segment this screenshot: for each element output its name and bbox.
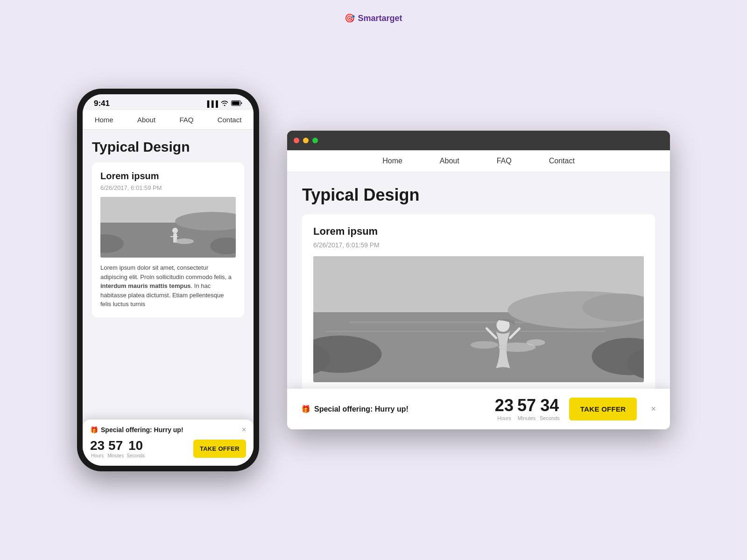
browser-main: Typical Design Lorem ipsum 6/26/2017, 6:… [287,172,670,429]
signal-icon: ▐▐▐ [205,100,218,107]
phone-status-bar: 9:41 ▐▐▐ [83,94,254,110]
browser-page-title: Typical Design [302,185,655,205]
phone-nav-contact[interactable]: Contact [214,114,246,126]
phone-popup-title-text: Special offering: Hurry up! [101,426,183,434]
browser-popup-title-text: Special offering: Hurry up! [314,405,409,413]
browser-card-date: 6/26/2017, 6:01:59 PM [313,241,644,249]
browser-seconds-num: 34 [540,397,559,414]
svg-point-28 [471,341,499,349]
browser-card: Lorem ipsum 6/26/2017, 6:01:59 PM [302,214,655,393]
logo-text: Smartarget [358,14,402,23]
phone-time: 9:41 [94,99,110,108]
browser-popup-icon: 🎁 [301,405,310,413]
phone-popup: 🎁 Special offering: Hurry up! × 23 Hours… [83,420,254,466]
browser-close-dot[interactable] [294,138,299,143]
phone-seconds-label: Seconds [127,453,145,458]
svg-point-8 [172,228,178,233]
browser-popup: 🎁 Special offering: Hurry up! 23 Hours 5… [287,389,670,429]
browser-minutes-label: Minutes [518,415,536,421]
svg-point-11 [175,238,194,244]
phone-card: Lorem ipsum 6/26/2017, 6:01:59 PM [92,162,244,317]
battery-icon [231,100,242,107]
browser-nav-home[interactable]: Home [378,155,407,167]
browser-titlebar [287,131,670,150]
phone-countdown: 23 Hours 57 Minutes 10 Seconds [90,439,145,458]
svg-rect-21 [349,322,583,323]
smartarget-logo: 🎯 Smartarget [345,13,402,23]
browser-minutes-unit: 57 Minutes [517,397,536,421]
phone-minutes-label: Minutes [107,453,124,458]
phone-popup-body: 23 Hours 57 Minutes 10 Seconds TAKE OFFE… [90,439,246,458]
svg-point-27 [527,339,545,346]
phone-card-title: Lorem ipsum [100,171,236,182]
browser-nav-about[interactable]: About [435,155,464,167]
phone-hours-num: 23 [90,439,105,452]
phone-popup-icon: 🎁 [90,426,98,434]
phone-body-bold: interdum mauris mattis tempus [100,282,191,289]
phone-take-offer-button[interactable]: TAKE OFFER [193,440,246,458]
phone-popup-header: 🎁 Special offering: Hurry up! × [90,426,246,434]
browser-seconds-unit: 34 Seconds [540,397,560,421]
browser-nav-contact[interactable]: Contact [544,155,579,167]
svg-rect-1 [232,101,240,105]
phone-seconds-unit: 10 Seconds [127,439,145,458]
browser-nav: Home About FAQ Contact [287,150,670,172]
browser-hours-label: Hours [497,415,511,421]
phone-minutes-unit: 57 Minutes [107,439,124,458]
phone-card-date: 6/26/2017, 6:01:59 PM [100,184,236,191]
browser-hours-unit: 23 Hours [495,397,514,421]
phone-minutes-num: 57 [108,439,123,452]
phone-hours-label: Hours [91,453,104,458]
browser-countdown: 23 Hours 57 Minutes 34 Seconds [495,397,560,421]
phone-nav-about[interactable]: About [134,114,159,126]
phone-mockup: 9:41 ▐▐▐ [77,89,259,471]
browser-popup-close-button[interactable]: × [651,404,656,414]
browser-hours-num: 23 [495,397,514,414]
phone-seconds-num: 10 [128,439,143,452]
browser-card-image [313,256,644,382]
browser-card-title: Lorem ipsum [313,225,644,238]
phone-nav-home[interactable]: Home [91,114,117,126]
browser-content: Home About FAQ Contact Typical Design Lo… [287,150,670,429]
phone-status-icons: ▐▐▐ [205,100,242,107]
phone-nav-faq[interactable]: FAQ [176,114,197,126]
phone-nav: Home About FAQ Contact [83,110,254,130]
browser-nav-faq[interactable]: FAQ [492,155,516,167]
browser-take-offer-button[interactable]: TAKE OFFER [569,398,637,420]
phone-body-text: Lorem ipsum dolor sit amet, consectetur … [100,264,232,280]
phone-popup-close-button[interactable]: × [242,426,246,434]
phone-hours-unit: 23 Hours [90,439,105,458]
browser-maximize-dot[interactable] [312,138,318,143]
phone-page-title: Typical Design [92,139,244,155]
phone-card-image [100,197,236,258]
browser-minutes-num: 57 [517,397,536,414]
wifi-icon [221,100,228,107]
logo-icon: 🎯 [345,13,355,23]
browser-minimize-dot[interactable] [303,138,309,143]
phone-content: Typical Design Lorem ipsum 6/26/2017, 6:… [83,130,254,466]
browser-seconds-label: Seconds [540,415,560,421]
svg-rect-22 [326,331,606,332]
phone-popup-title: 🎁 Special offering: Hurry up! [90,426,183,434]
browser-popup-title: 🎁 Special offering: Hurry up! [301,405,409,413]
phone-card-body: Lorem ipsum dolor sit amet, consectetur … [100,263,236,309]
browser-mockup: Home About FAQ Contact Typical Design Lo… [287,131,670,429]
